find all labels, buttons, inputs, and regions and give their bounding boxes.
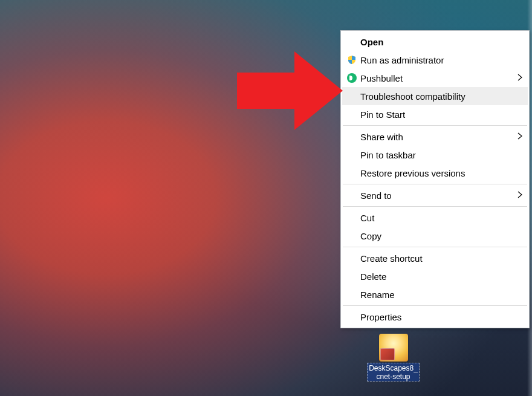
- menu-rename[interactable]: Rename: [342, 285, 528, 303]
- menu-send-to[interactable]: Send to: [342, 186, 528, 204]
- chevron-right-icon: [514, 190, 525, 201]
- menu-restore-previous-versions[interactable]: Restore previous versions: [342, 164, 528, 182]
- menu-properties[interactable]: Properties: [342, 308, 528, 326]
- menu-separator: [343, 184, 527, 184]
- installer-icon: [379, 334, 408, 362]
- menu-create-shortcut[interactable]: Create shortcut: [342, 249, 528, 267]
- svg-marker-0: [237, 51, 343, 130]
- menu-separator: [343, 247, 527, 247]
- chevron-right-icon: [514, 131, 525, 142]
- menu-pin-to-taskbar[interactable]: Pin to taskbar: [342, 146, 528, 164]
- chevron-right-icon: [514, 73, 525, 83]
- menu-run-as-administrator[interactable]: Run as administrator: [342, 51, 528, 69]
- shield-icon: [347, 55, 357, 65]
- menu-share-with[interactable]: Share with: [342, 128, 528, 146]
- desktop-icon-deskscapes[interactable]: DeskScapes8_ cnet-setup: [370, 334, 417, 381]
- menu-separator: [343, 125, 527, 126]
- desktop-icon-label: DeskScapes8_ cnet-setup: [367, 363, 420, 381]
- context-menu: Open Run as administrator Pushbullet Tro…: [340, 30, 530, 328]
- menu-separator: [343, 206, 527, 207]
- menu-pin-to-start[interactable]: Pin to Start: [342, 105, 528, 123]
- menu-pushbullet[interactable]: Pushbullet: [342, 69, 528, 87]
- menu-cut[interactable]: Cut: [342, 209, 528, 227]
- menu-copy[interactable]: Copy: [342, 227, 528, 245]
- menu-troubleshoot-compatibility[interactable]: Troubleshoot compatibility: [342, 87, 528, 105]
- menu-delete[interactable]: Delete: [342, 267, 528, 285]
- annotation-arrow: [237, 45, 346, 136]
- menu-separator: [343, 305, 527, 306]
- pushbullet-icon: [347, 73, 357, 83]
- menu-open[interactable]: Open: [342, 33, 528, 51]
